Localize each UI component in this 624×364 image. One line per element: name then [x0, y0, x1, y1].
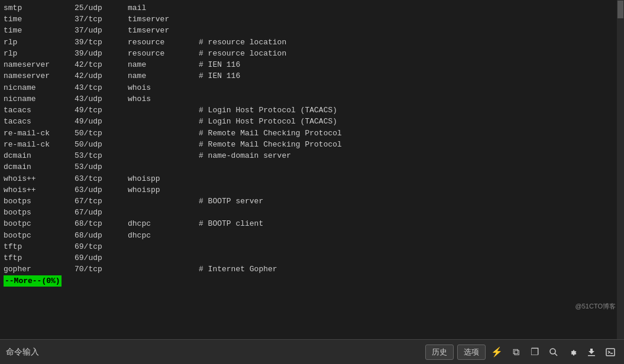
- port-number: 49/udp: [75, 116, 128, 127]
- service-name: time: [4, 25, 75, 36]
- service-name: rlp: [4, 48, 75, 59]
- terminal-content: smtp25/udpmailtime37/tcptimservertime37/…: [4, 2, 620, 337]
- table-row: smtp25/udpmail: [4, 2, 620, 14]
- service-alias: name: [128, 70, 199, 82]
- table-row: re-mail-ck50/udp# Remote Mail Checking P…: [4, 139, 620, 150]
- service-name: nameserver: [4, 59, 75, 70]
- table-row: bootpc68/tcpdhcpc# BOOTP client: [4, 218, 620, 229]
- terminal-icon[interactable]: [603, 344, 618, 360]
- service-name: nameserver: [4, 70, 75, 82]
- port-number: 53/udp: [75, 161, 128, 173]
- service-name: bootpc: [4, 218, 75, 229]
- table-row: tftp69/udp: [4, 252, 620, 264]
- service-alias: [128, 241, 199, 252]
- port-number: 53/tcp: [75, 150, 128, 161]
- service-name: re-mail-ck: [4, 139, 75, 150]
- toolbar: 命令输入 历史 选项 ⚡ ⧉ ❐: [0, 339, 624, 364]
- service-comment: # Login Host Protocol (TACACS): [199, 116, 337, 127]
- service-comment: # Remote Mail Checking Protocol: [199, 139, 342, 150]
- more-prompt: --More--(0%): [4, 275, 62, 287]
- table-row: nicname43/udpwhois: [4, 93, 620, 105]
- service-alias: [128, 150, 199, 161]
- service-alias: [128, 116, 199, 127]
- service-comment: # BOOTP server: [199, 196, 263, 207]
- port-number: 67/udp: [75, 207, 128, 218]
- service-name: whois++: [4, 173, 75, 184]
- service-alias: [128, 252, 199, 264]
- service-comment: # BOOTP client: [199, 218, 263, 229]
- service-comment: # Remote Mail Checking Protocol: [199, 128, 342, 139]
- scrollbar-thumb: [617, 1, 623, 18]
- scrollbar[interactable]: [617, 0, 624, 339]
- service-alias: timserver: [128, 25, 199, 36]
- watermark: @51CTO博客: [575, 302, 616, 311]
- table-row: bootps67/udp: [4, 207, 620, 218]
- table-row: bootpc68/udpdhcpc: [4, 230, 620, 241]
- service-name: time: [4, 14, 75, 25]
- copy-icon-1[interactable]: ⧉: [508, 344, 523, 360]
- service-alias: [128, 264, 199, 275]
- service-name: tftp: [4, 252, 75, 264]
- service-alias: [128, 105, 199, 116]
- table-row: bootps67/tcp# BOOTP server: [4, 196, 620, 207]
- options-button[interactable]: 选项: [457, 344, 486, 360]
- table-row: tacacs49/udp# Login Host Protocol (TACAC…: [4, 116, 620, 127]
- service-alias: whoispp: [128, 173, 199, 184]
- service-comment: # resource location: [199, 48, 286, 59]
- service-alias: resource: [128, 48, 199, 59]
- service-comment: # IEN 116: [199, 70, 240, 82]
- service-name: dcmain: [4, 150, 75, 161]
- table-row: whois++63/udpwhoispp: [4, 184, 620, 196]
- service-comment: # Login Host Protocol (TACACS): [199, 105, 337, 116]
- table-row: nicname43/tcpwhois: [4, 82, 620, 93]
- service-alias: mail: [128, 2, 199, 14]
- search-icon[interactable]: [546, 344, 561, 360]
- table-row: rlp39/udpresource# resource location: [4, 48, 620, 59]
- settings-icon[interactable]: [565, 344, 580, 360]
- table-row: gopher70/tcp# Internet Gopher: [4, 264, 620, 275]
- port-number: 67/tcp: [75, 196, 128, 207]
- table-row: nameserver42/udpname# IEN 116: [4, 70, 620, 82]
- port-number: 37/udp: [75, 25, 128, 36]
- svg-line-1: [555, 353, 557, 356]
- service-alias: whois: [128, 93, 199, 105]
- port-number: 50/tcp: [75, 128, 128, 139]
- lightning-icon[interactable]: ⚡: [489, 344, 505, 360]
- table-row: tftp69/tcp: [4, 241, 620, 252]
- service-name: tftp: [4, 241, 75, 252]
- port-number: 49/tcp: [75, 105, 128, 116]
- table-row: rlp39/tcpresource# resource location: [4, 37, 620, 48]
- port-number: 37/tcp: [75, 14, 128, 25]
- port-number: 63/tcp: [75, 173, 128, 184]
- service-alias: resource: [128, 37, 199, 48]
- download-icon[interactable]: [584, 344, 599, 360]
- table-row: time37/udptimserver: [4, 25, 620, 36]
- service-name: bootps: [4, 207, 75, 218]
- service-name: bootpc: [4, 230, 75, 241]
- service-alias: dhcpc: [128, 230, 199, 241]
- history-button[interactable]: 历史: [425, 344, 454, 360]
- service-name: smtp: [4, 2, 75, 14]
- port-number: 69/tcp: [75, 241, 128, 252]
- service-name: rlp: [4, 37, 75, 48]
- port-number: 68/tcp: [75, 218, 128, 229]
- port-number: 70/tcp: [75, 264, 128, 275]
- service-name: nicname: [4, 93, 75, 105]
- service-alias: dhcpc: [128, 218, 199, 229]
- port-number: 39/tcp: [75, 37, 128, 48]
- table-row: dcmain53/tcp# name-domain server: [4, 150, 620, 161]
- service-alias: [128, 207, 199, 218]
- table-row: nameserver42/tcpname# IEN 116: [4, 59, 620, 70]
- service-alias: timserver: [128, 14, 199, 25]
- service-comment: # name-domain server: [199, 150, 291, 161]
- terminal-area: smtp25/udpmailtime37/tcptimservertime37/…: [0, 0, 624, 339]
- service-alias: [128, 161, 199, 173]
- service-name: bootps: [4, 196, 75, 207]
- service-alias: whoispp: [128, 184, 199, 196]
- table-row: whois++63/tcpwhoispp: [4, 173, 620, 184]
- service-comment: # resource location: [199, 37, 286, 48]
- cmd-input-label: 命令输入: [6, 347, 416, 358]
- copy-icon-2[interactable]: ❐: [527, 344, 542, 360]
- table-row: time37/tcptimserver: [4, 14, 620, 25]
- port-number: 43/udp: [75, 93, 128, 105]
